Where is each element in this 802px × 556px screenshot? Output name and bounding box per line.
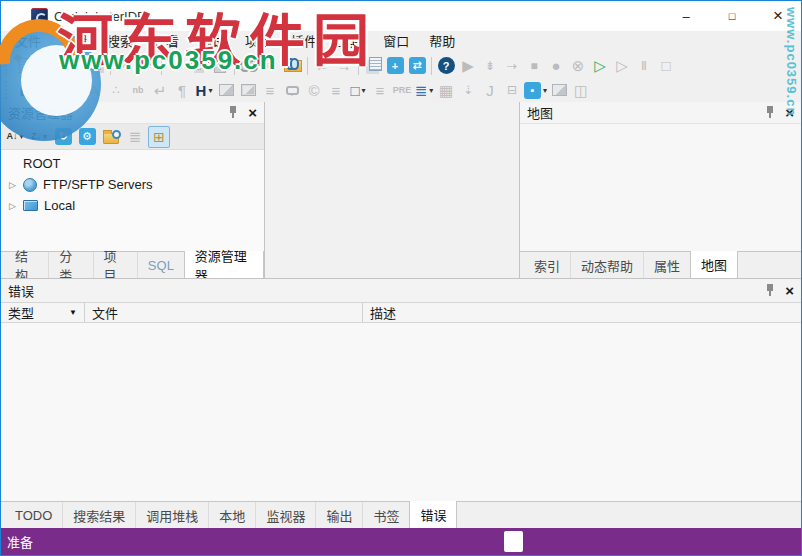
tree-item-2[interactable]: ▷Local: [1, 195, 264, 216]
form-element-button[interactable]: ▪▾: [523, 79, 548, 101]
align-left-button[interactable]: ≡: [259, 79, 281, 101]
bottom-tab-7[interactable]: 错误: [409, 501, 457, 528]
line-break-button[interactable]: ↵: [149, 79, 171, 101]
explorer-tab-3[interactable]: SQL: [137, 252, 184, 278]
align-center-button[interactable]: ≡: [325, 79, 347, 101]
editor-area[interactable]: [265, 102, 519, 278]
close-icon[interactable]: ×: [785, 283, 794, 298]
tree-item-0[interactable]: ROOT: [1, 153, 264, 174]
bottom-tab-2[interactable]: 调用堆栈: [135, 502, 208, 528]
continue-debug-button[interactable]: ▷: [611, 55, 633, 77]
menu-item-6[interactable]: 插件: [281, 31, 327, 53]
save-button[interactable]: [63, 55, 85, 77]
menu-item-7[interactable]: 工具: [327, 31, 373, 53]
special-char-button[interactable]: ∴: [105, 79, 127, 101]
bold-button[interactable]: B▾: [17, 79, 39, 101]
image-map-button[interactable]: [237, 79, 259, 101]
menu-item-9[interactable]: 帮助: [419, 31, 465, 53]
menu-item-0[interactable]: 文件: [5, 31, 51, 53]
tree-view-button[interactable]: ⊞: [148, 126, 170, 148]
pre-button[interactable]: PRE: [391, 79, 413, 101]
comment-button[interactable]: [281, 79, 303, 101]
minimize-button[interactable]: –: [663, 1, 709, 31]
settings-button[interactable]: ⚙: [76, 126, 98, 148]
bottom-tab-3[interactable]: 本地: [208, 502, 255, 528]
maximize-button[interactable]: □: [709, 1, 755, 31]
remove-breakpoints-button[interactable]: ⊗: [567, 55, 589, 77]
sync-files-button[interactable]: ⇄: [406, 55, 428, 77]
sort-az-button[interactable]: A↓▾: [4, 126, 26, 148]
copyright-button[interactable]: ©: [303, 79, 325, 101]
bottom-tab-0[interactable]: TODO: [5, 502, 62, 528]
find-in-files-button[interactable]: [282, 55, 304, 77]
errors-column-1[interactable]: 文件: [85, 303, 363, 322]
explorer-tab-0[interactable]: 结构: [5, 252, 48, 278]
italic-button[interactable]: I▾: [39, 79, 61, 101]
menu-item-3[interactable]: 查看: [143, 31, 189, 53]
explorer-tab-1[interactable]: 分类: [48, 252, 92, 278]
stop-script-button[interactable]: ■: [523, 55, 545, 77]
replace-button[interactable]: ab: [260, 55, 282, 77]
bottom-tab-6[interactable]: 书签: [362, 502, 409, 528]
explorer-tab-4[interactable]: 资源管理器: [184, 251, 264, 278]
new-file-button[interactable]: ▾: [17, 55, 39, 77]
tree-item-1[interactable]: ▷FTP/SFTP Servers: [1, 174, 264, 195]
explorer-tab-2[interactable]: 项目: [93, 252, 137, 278]
expander-icon[interactable]: ▷: [9, 201, 23, 211]
compare-files-button[interactable]: [362, 55, 384, 77]
breakpoint-button[interactable]: ●: [545, 55, 567, 77]
errors-column-2[interactable]: 描述: [363, 303, 801, 322]
field-button[interactable]: ⊟: [501, 79, 523, 101]
menu-item-1[interactable]: 编辑: [51, 31, 97, 53]
pin-icon[interactable]: [765, 284, 776, 297]
align-justify-button[interactable]: ≡: [369, 79, 391, 101]
redo-button[interactable]: ↷: [136, 55, 158, 77]
jquery-button[interactable]: J: [479, 79, 501, 101]
frames-button[interactable]: ◫: [570, 79, 592, 101]
bottom-tab-4[interactable]: 监视器: [255, 502, 315, 528]
table-button[interactable]: ▦: [435, 79, 457, 101]
close-icon[interactable]: ×: [248, 105, 257, 120]
underline-button[interactable]: U: [61, 79, 83, 101]
find-button[interactable]: [238, 55, 260, 77]
menu-item-2[interactable]: 搜索: [97, 31, 143, 53]
map-tab-0[interactable]: 索引: [524, 252, 570, 278]
bottom-tab-1[interactable]: 搜索结果: [62, 502, 135, 528]
menu-item-4[interactable]: 调试: [189, 31, 235, 53]
details-view-button[interactable]: ≣: [124, 126, 146, 148]
help-button[interactable]: ?: [435, 55, 457, 77]
filter-dropdown-icon[interactable]: ▼: [45, 308, 77, 317]
step-into-button[interactable]: ⇟: [479, 55, 501, 77]
bottom-tab-5[interactable]: 输出: [315, 502, 362, 528]
refresh-button[interactable]: ↻: [52, 126, 74, 148]
step-over-button[interactable]: ⇢: [501, 55, 523, 77]
image-button[interactable]: [215, 79, 237, 101]
sitemap-button[interactable]: +: [384, 55, 406, 77]
close-icon[interactable]: ×: [785, 105, 794, 120]
start-debug-button[interactable]: ▷: [589, 55, 611, 77]
open-file-button[interactable]: ▾: [39, 55, 63, 77]
list-button[interactable]: ≣▾: [413, 79, 435, 101]
find-folder-button[interactable]: [100, 126, 122, 148]
paragraph-button[interactable]: ¶: [171, 79, 193, 101]
cut-button[interactable]: ✂: [165, 55, 187, 77]
navigate-back-button[interactable]: ←: [311, 55, 333, 77]
pause-debug-button[interactable]: Ⅱ: [633, 55, 655, 77]
map-tab-2[interactable]: 属性: [643, 252, 690, 278]
heading-button[interactable]: H▾: [193, 79, 215, 101]
sort-za-button[interactable]: Z↓▾: [28, 126, 50, 148]
close-button[interactable]: ×: [755, 1, 801, 31]
undo-button[interactable]: ↶: [114, 55, 136, 77]
nbsp-button[interactable]: nb: [127, 79, 149, 101]
pin-icon[interactable]: [228, 106, 239, 119]
copy-button[interactable]: [187, 55, 209, 77]
picture-button[interactable]: [548, 79, 570, 101]
expander-icon[interactable]: ▷: [9, 180, 23, 190]
pin-icon[interactable]: [765, 106, 776, 119]
menu-item-8[interactable]: 窗口: [373, 31, 419, 53]
run-script-button[interactable]: ▶: [457, 55, 479, 77]
stop-debug-button[interactable]: □: [655, 55, 677, 77]
paste-button[interactable]: [209, 55, 231, 77]
save-all-button[interactable]: [85, 55, 107, 77]
menu-item-5[interactable]: 项目: [235, 31, 281, 53]
